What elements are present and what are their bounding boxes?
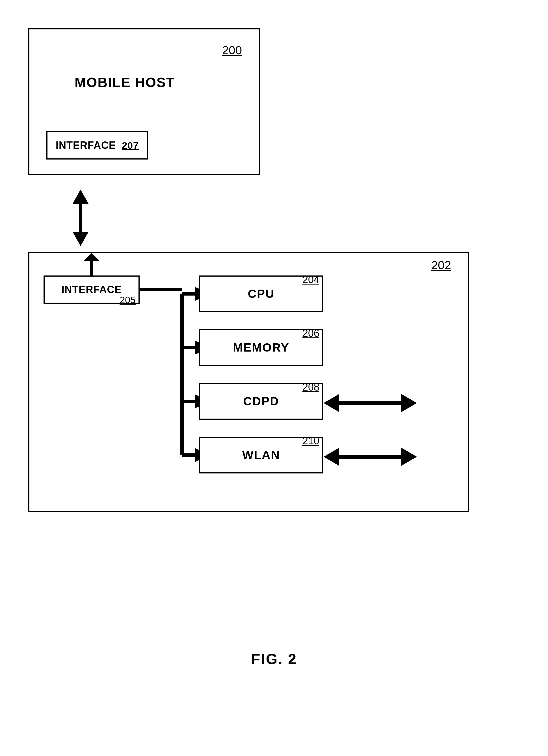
device-box: 202 INTERFACE 205 <box>28 252 469 512</box>
interface-205-label: INTERFACE <box>61 284 122 296</box>
bidirectional-arrow <box>78 189 83 246</box>
memory-ref: 206 <box>302 328 319 339</box>
wlan-arrow-left-head <box>323 448 339 466</box>
wlan-ref: 210 <box>302 435 319 447</box>
cdpd-box: 208 CDPD <box>199 383 323 420</box>
figure-label: FIG. 2 <box>251 651 297 667</box>
interface-207-box: INTERFACE 207 <box>46 131 148 160</box>
memory-label: MEMORY <box>233 341 289 354</box>
ref-202: 202 <box>431 259 451 272</box>
wlan-arrow-body <box>339 455 401 459</box>
cdpd-arrow-left-head <box>323 394 339 412</box>
mobile-host-label: MOBILE HOST <box>75 75 175 90</box>
wlan-arrow-right-head <box>401 448 417 466</box>
wlan-external-arrow <box>323 447 417 467</box>
svg-marker-11 <box>83 253 100 261</box>
interface-205-box: INTERFACE 205 <box>44 275 140 304</box>
ref-200: 200 <box>222 44 242 57</box>
arrow-down-head <box>73 232 89 246</box>
mobile-host-box: 200 MOBILE HOST INTERFACE 207 <box>28 28 260 175</box>
cdpd-label: CDPD <box>243 395 279 408</box>
arrow-up-head <box>73 189 89 204</box>
cpu-label: CPU <box>248 287 275 301</box>
cpu-ref: 204 <box>302 274 319 286</box>
wlan-box: 210 WLAN <box>199 437 323 473</box>
cpu-box: 204 CPU <box>199 275 323 312</box>
cdpd-external-arrow <box>323 393 417 413</box>
wlan-label: WLAN <box>242 448 280 462</box>
diagram-container: 200 MOBILE HOST INTERFACE 207 202 INTERF… <box>17 17 531 696</box>
arrow-vertical-line <box>79 204 82 232</box>
cdpd-ref: 208 <box>302 381 319 393</box>
ref-207: 207 <box>122 140 139 151</box>
memory-box: 206 MEMORY <box>199 329 323 366</box>
cdpd-arrow-body <box>339 401 401 405</box>
cdpd-arrow-right-head <box>401 394 417 412</box>
ref-205: 205 <box>120 294 136 305</box>
interface-207-label: INTERFACE 207 <box>56 139 139 151</box>
